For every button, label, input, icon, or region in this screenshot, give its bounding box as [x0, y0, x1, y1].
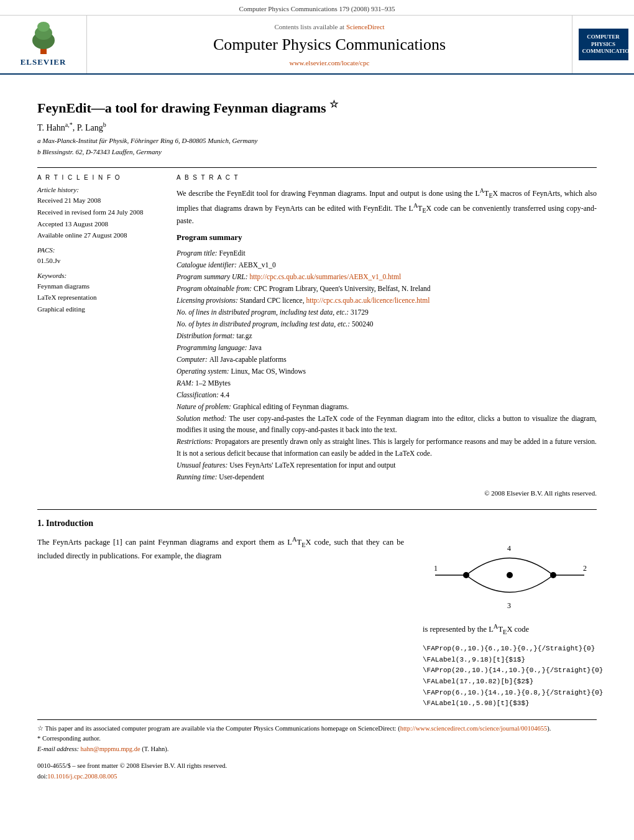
affiliations: a Max-Planck-Institut für Physik, Föhrin… [37, 136, 597, 157]
ps-row-unusual: Unusual features: Uses FeynArts' LaTeX r… [177, 459, 597, 471]
footnotes: ☆ This paper and its associated computer… [37, 719, 597, 755]
program-summary-title: Program summary [177, 233, 597, 242]
article-info: A R T I C L E I N F O Article history: R… [37, 174, 162, 497]
section-heading: 1. Introduction [37, 519, 597, 528]
elsevier-tree-icon [19, 22, 68, 56]
sciencedirect-link[interactable]: ScienceDirect [346, 23, 385, 30]
label-4: 4 [507, 544, 511, 553]
article-dates: Received 21 May 2008 Received in revised… [37, 195, 162, 241]
ps-row-computer: Computer: All Java-capable platforms [177, 354, 597, 366]
pacs-value: 01.50.Jv [37, 255, 162, 267]
abstract-section: A B S T R A C T We describe the FeynEdit… [177, 174, 597, 497]
pacs-label: PACS: [37, 246, 162, 254]
elsevier-text: ELSEVIER [21, 57, 67, 67]
page: Computer Physics Communications 179 (200… [0, 0, 634, 840]
keywords-label: Keywords: [37, 272, 162, 279]
copyright-line: © 2008 Elsevier B.V. All rights reserved… [177, 489, 597, 497]
intro-text: The FeynArts package [1] can paint Feynm… [37, 535, 404, 616]
label-1: 1 [434, 564, 438, 573]
ps-row-restrictions: Restrictions: Propagators are presently … [177, 436, 597, 459]
svg-point-3 [37, 22, 50, 32]
journal-header: ELSEVIER Contents lists available at Sci… [0, 15, 634, 75]
abstract-title: A B S T R A C T [177, 174, 597, 181]
latex-code: \FAProp(0.,10.){6.,10.}{0.,}{/Straight}{… [423, 644, 603, 709]
label-2: 2 [583, 564, 587, 573]
feynman-diagram: 1 2 4 3 [429, 535, 590, 616]
ps-row-lines: No. of lines in distributed program, inc… [177, 307, 597, 318]
intro-code-col: is represented by the LATEX code \FAProp… [423, 622, 597, 709]
ps-row-bytes: No. of bytes in distributed program, inc… [177, 318, 597, 330]
footnote-star: ☆ This paper and its associated computer… [37, 724, 597, 734]
ps-row-catalogue: Catalogue identifier: AEBX_v1_0 [177, 259, 597, 271]
intro-diagram-col: 1 2 4 3 [423, 535, 597, 616]
article-info-title: A R T I C L E I N F O [37, 174, 162, 181]
header-center: Contents lists available at ScienceDirec… [87, 16, 572, 73]
elsevier-logo: ELSEVIER [19, 22, 68, 67]
authors-line: T. Hahna,*, P. Langb [37, 121, 597, 133]
footnote-email: E-mail address: hahn@mppmu.mpg.de (T. Ha… [37, 744, 597, 755]
doi-label: doi: [37, 773, 47, 780]
footnote-corresponding: * Corresponding author. [37, 734, 597, 744]
intro-section: 1. Introduction The FeynArts package [1]… [37, 509, 597, 709]
ps-row-ram: RAM: 1–2 MBytes [177, 377, 597, 389]
journal-title: Computer Physics Communications [213, 35, 446, 54]
history-label: Article history: [37, 186, 162, 193]
code-label: is represented by the LATEX code [423, 622, 529, 637]
info-abstract-section: A R T I C L E I N F O Article history: R… [37, 167, 597, 497]
ps-row-runtime: Running time: User-dependent [177, 471, 597, 483]
contents-line: Contents lists available at ScienceDirec… [274, 23, 384, 30]
abstract-text: We describe the FeynEdit tool for drawin… [177, 186, 597, 226]
citation-text: Computer Physics Communications 179 (200… [239, 5, 395, 12]
header-right: COMPUTERPHYSICSCOMMUNICATIONS [572, 16, 634, 73]
intro-code-section: is represented by the LATEX code \FAProp… [37, 622, 597, 709]
node2 [507, 572, 513, 578]
star-icon: ☆ [329, 99, 338, 109]
main-content: FeynEdit—a tool for drawing Feynman diag… [0, 75, 634, 795]
ps-row-os: Operating system: Linux, Mac OS, Windows [177, 366, 597, 377]
ps-row-distribution: Distribution format: tar.gz [177, 330, 597, 342]
ps-row-title: Program title: FeynEdit [177, 247, 597, 259]
ps-row-obtainable: Program obtainable from: CPC Program Lib… [177, 283, 597, 295]
article-title: FeynEdit—a tool for drawing Feynman diag… [37, 98, 597, 116]
intro-columns: The FeynArts package [1] can paint Feynm… [37, 535, 597, 616]
cpc-logo-box: COMPUTERPHYSICSCOMMUNICATIONS [579, 29, 628, 60]
ps-row-licensing: Licensing provisions: Standard CPC licen… [177, 295, 597, 307]
intro-text-2 [37, 622, 404, 709]
ps-row-solution: Solution method: The user copy-and-paste… [177, 413, 597, 436]
ps-row-classification: Classification: 4.4 [177, 389, 597, 401]
label-3: 3 [507, 601, 511, 610]
top-citation: Computer Physics Communications 179 (200… [0, 0, 634, 15]
bottom-bar: 0010-4655/$ – see front matter © 2008 El… [37, 761, 597, 782]
ps-row-nature: Nature of problem: Graphical editing of … [177, 401, 597, 413]
ps-row-language: Programming language: Java [177, 342, 597, 354]
ps-row-url: Program summary URL: http://cpc.cs.qub.a… [177, 271, 597, 283]
keywords: Feynman diagrams LaTeX representation Gr… [37, 280, 162, 315]
header-left: ELSEVIER [0, 16, 87, 73]
journal-url[interactable]: www.elsevier.com/locate/cpc [290, 59, 370, 67]
